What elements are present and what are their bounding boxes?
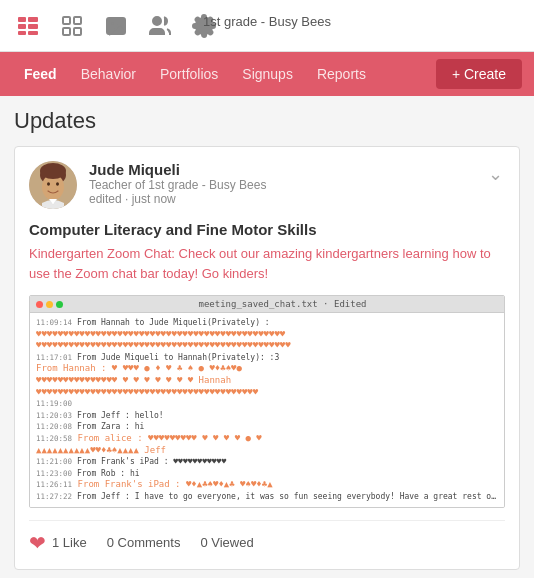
svg-point-19 bbox=[40, 163, 66, 179]
nav-portfolios[interactable]: Portfolios bbox=[148, 52, 230, 96]
heart-icon: ❤ bbox=[29, 531, 46, 555]
svg-point-12 bbox=[153, 17, 161, 25]
svg-rect-4 bbox=[28, 24, 38, 29]
maximize-dot bbox=[56, 301, 63, 308]
chat-line: 11:19:00 bbox=[36, 398, 498, 410]
app-title: 1st grade - Busy Bees bbox=[203, 14, 331, 29]
svg-rect-7 bbox=[74, 17, 81, 24]
comment-count[interactable]: 0 Comments bbox=[107, 535, 181, 550]
svg-rect-0 bbox=[18, 17, 26, 22]
post-card: Jude Miqueli Teacher of 1st grade - Busy… bbox=[14, 146, 520, 570]
like-button[interactable]: ❤ 1 Like bbox=[29, 531, 87, 555]
post-time: edited · just now bbox=[89, 192, 474, 206]
nav-reports[interactable]: Reports bbox=[305, 52, 378, 96]
chat-line: ♥♥♥♥♥♥♥♥♥♥♥♥♥♥♥♥♥♥♥♥♥♥♥♥♥♥♥♥♥♥♥♥♥♥♥♥♥♥♥♥… bbox=[36, 329, 498, 341]
svg-point-18 bbox=[56, 182, 59, 186]
chat-filename: meeting_saved_chat.txt · Edited bbox=[67, 299, 498, 309]
top-nav-icons bbox=[16, 14, 216, 38]
like-count[interactable]: 1 Like bbox=[52, 535, 87, 550]
chat-line: ▲▲▲▲▲▲▲▲▲▲♥♥♦♣♠▲▲▲▲ Jeff bbox=[36, 445, 498, 457]
people-icon[interactable] bbox=[148, 14, 172, 38]
chat-line: ♥♥♥♥♥♥♥♥♥♥♥♥♥♥♥♥♥♥♥♥♥♥♥♥♥♥♥♥♥♥♥♥♥♥♥♥♥♥♥♥… bbox=[36, 387, 498, 399]
minimize-dot bbox=[46, 301, 53, 308]
chat-line: 11:20:58 From alice : ♥♥♥♥♥♥♥♥♥ ♥ ♥ ♥ ♥ … bbox=[36, 433, 498, 445]
close-dot bbox=[36, 301, 43, 308]
svg-rect-6 bbox=[63, 17, 70, 24]
grid-icon[interactable] bbox=[60, 14, 84, 38]
chat-title-bar: meeting_saved_chat.txt · Edited bbox=[30, 296, 504, 313]
nav-signups[interactable]: Signups bbox=[230, 52, 305, 96]
nav-bar: Feed Behavior Portfolios Signups Reports… bbox=[0, 52, 534, 96]
chat-content: 11:09:14 From Hannah to Jude Miqueli(Pri… bbox=[30, 313, 504, 507]
feed-icon[interactable] bbox=[16, 14, 40, 38]
svg-rect-3 bbox=[28, 17, 38, 22]
chat-line: 11:20:03 From Jeff : hello! bbox=[36, 410, 498, 422]
post-role: Teacher of 1st grade - Busy Bees bbox=[89, 178, 474, 192]
chat-line: 11:21:00 From Frank's iPad : ♥♥♥♥♥♥♥♥♥♥♥ bbox=[36, 456, 498, 468]
chat-line: 11:27:22 From Jeff : I have to go everyo… bbox=[36, 491, 498, 503]
page-content: Updates bbox=[0, 96, 534, 578]
chat-line: 11:20:08 From Zara : hi bbox=[36, 421, 498, 433]
chat-line: 11:09:14 From Hannah to Jude Miqueli(Pri… bbox=[36, 317, 498, 329]
page-title: Updates bbox=[14, 108, 520, 134]
create-button[interactable]: + Create bbox=[436, 59, 522, 89]
chat-line: 11:17:01 From Jude Miqueli to Hannah(Pri… bbox=[36, 352, 498, 364]
chat-line: ♥♥♥♥♥♥♥♥♥♥♥♥♥♥♥♥♥♥♥♥♥♥♥♥♥♥♥♥♥♥♥♥♥♥♥♥♥♥♥♥… bbox=[36, 340, 498, 352]
chat-line: ♥♥♥♥♥♥♥♥♥♥♥♥♥♥♥ ♥ ♥ ♥ ♥ ♥ ♥ ♥ Hannah bbox=[36, 375, 498, 387]
svg-rect-2 bbox=[18, 31, 26, 35]
svg-rect-9 bbox=[74, 28, 81, 35]
chat-line: 11:23:00 From Rob : hi bbox=[36, 468, 498, 480]
post-meta: Jude Miqueli Teacher of 1st grade - Busy… bbox=[89, 161, 474, 206]
chat-attachment: meeting_saved_chat.txt · Edited 11:09:14… bbox=[29, 295, 505, 508]
chat-line: 11:26:11 From Frank's iPad : ♥♦▲♣♠♥♦▲♣ ♥… bbox=[36, 479, 498, 491]
avatar bbox=[29, 161, 77, 209]
nav-feed[interactable]: Feed bbox=[12, 52, 69, 96]
post-footer: ❤ 1 Like 0 Comments 0 Viewed bbox=[29, 520, 505, 555]
svg-rect-1 bbox=[18, 24, 26, 29]
post-author: Jude Miqueli bbox=[89, 161, 474, 178]
expand-icon[interactable]: ⌄ bbox=[486, 161, 505, 187]
svg-rect-5 bbox=[28, 31, 38, 35]
nav-behavior[interactable]: Behavior bbox=[69, 52, 148, 96]
post-header: Jude Miqueli Teacher of 1st grade - Busy… bbox=[29, 161, 505, 209]
top-bar: 1st grade - Busy Bees bbox=[0, 0, 534, 52]
image-icon[interactable] bbox=[104, 14, 128, 38]
svg-point-17 bbox=[47, 182, 50, 186]
svg-rect-8 bbox=[63, 28, 70, 35]
window-controls bbox=[36, 301, 63, 308]
post-body: Kindergarten Zoom Chat: Check out our am… bbox=[29, 244, 505, 283]
svg-point-11 bbox=[111, 22, 114, 25]
post-title: Computer Literacy and Fine Motor Skills bbox=[29, 221, 505, 238]
viewed-count[interactable]: 0 Viewed bbox=[200, 535, 253, 550]
chat-line: From Hannah : ♥ ♥♥♥ ● ♦ ♥ ♣ ♠ ● ♥♦♣♠♥● bbox=[36, 363, 498, 375]
